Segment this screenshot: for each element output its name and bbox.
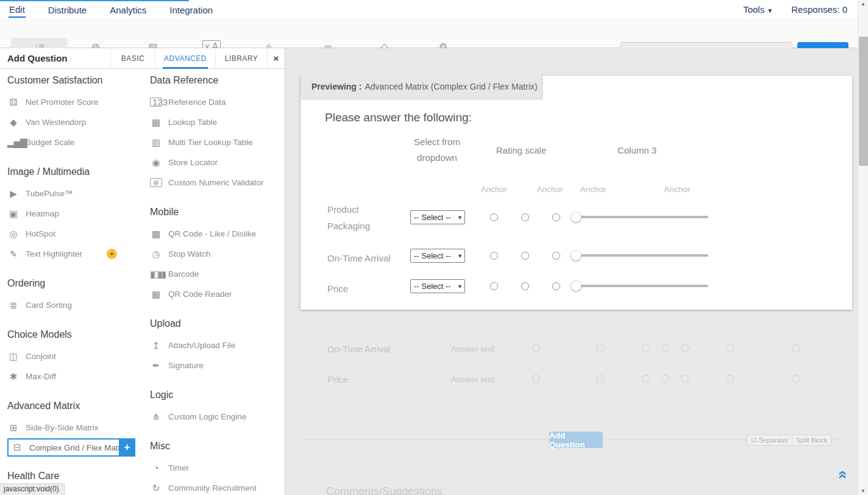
- add-question-panel: Add Question BASIC ADVANCED LIBRARY × Cu…: [0, 48, 285, 495]
- slider-track[interactable]: [572, 254, 708, 257]
- nav-tab-integration[interactable]: Integration: [169, 2, 213, 17]
- add-question-button[interactable]: Add Question: [549, 432, 603, 448]
- question-type-qr-reader[interactable]: ▦ QR Code Reader: [150, 284, 282, 304]
- radio-button[interactable]: [490, 282, 498, 290]
- radio-button[interactable]: [681, 375, 689, 383]
- dropdown-select[interactable]: -- Select -- ▼: [410, 279, 465, 293]
- scrollbar-down-icon[interactable]: ▼: [858, 488, 868, 494]
- radio-button[interactable]: [552, 282, 560, 290]
- barcode-icon: ▮▯▮▮: [150, 269, 162, 280]
- question-type-heatmap[interactable]: ▣ Heatmap: [7, 204, 146, 224]
- card-sorting-icon: ≣: [7, 300, 20, 311]
- radio-button[interactable]: [490, 213, 498, 221]
- split-block-button[interactable]: Split Block: [792, 435, 831, 446]
- radio-button[interactable]: [726, 344, 734, 352]
- nav-tab-edit[interactable]: Edit: [9, 1, 26, 18]
- logic-branch-icon: ⋔: [150, 411, 162, 422]
- panel-column-2: Data Reference 123 Reference Data ▦ Look…: [150, 75, 282, 495]
- question-type-card-sorting[interactable]: ≣ Card Sorting: [7, 295, 146, 315]
- question-type-reference-data[interactable]: 123 Reference Data: [150, 92, 282, 112]
- add-question-type-button[interactable]: +: [119, 438, 135, 457]
- maxdiff-icon: ✱: [7, 371, 20, 382]
- column-header-select: Select from dropdown: [400, 134, 474, 166]
- question-type-qr-like-dislike[interactable]: ▩ QR Code - Like / Dislike: [150, 224, 282, 244]
- tab-basic[interactable]: BASIC: [110, 48, 155, 68]
- radio-button[interactable]: [661, 375, 669, 383]
- question-type-attach-upload[interactable]: ↥ Attach/Upload File: [150, 335, 282, 355]
- dim-row-label: Price: [327, 374, 348, 385]
- question-type-complex-grid-selected[interactable]: ⊟ Complex Grid / Flex Matrix +: [7, 438, 135, 457]
- slider-handle[interactable]: [571, 280, 582, 291]
- question-type-side-by-side-matrix[interactable]: ⊞ Side-By-Side Matrix: [7, 418, 146, 438]
- dim-answer-text: Answer text: [451, 375, 494, 384]
- question-type-multi-tier-lookup[interactable]: ▥ Multi Tier Lookup Table: [150, 132, 282, 152]
- toolbar: ↓≡ Workspace ◍ Design ▧ Media Library x …: [0, 18, 868, 48]
- radio-button[interactable]: [490, 252, 498, 260]
- slider-track[interactable]: [572, 216, 708, 218]
- question-type-custom-logic-engine[interactable]: ⋔ Custom Logic Engine: [150, 407, 282, 427]
- column-header-col3: Column 3: [600, 143, 674, 158]
- close-icon[interactable]: ×: [267, 48, 285, 68]
- preview-card: Previewing : Advanced Matrix (Complex Gr…: [301, 76, 852, 310]
- slider-handle[interactable]: [571, 212, 582, 223]
- question-type-timer[interactable]: ◔ Timer: [150, 458, 282, 478]
- checkbox[interactable]: [597, 376, 604, 383]
- question-type-budget-scale[interactable]: ▂▅▇ Budget Scale: [7, 132, 146, 152]
- scrollbar-up-icon[interactable]: ▲: [858, 1, 868, 7]
- bar-chart-icon: ▂▅▇: [7, 137, 20, 148]
- scroll-to-top-icon[interactable]: »: [833, 465, 849, 479]
- radio-button[interactable]: [552, 252, 560, 260]
- radio-button[interactable]: [681, 344, 689, 352]
- responses-count[interactable]: Responses: 0: [791, 4, 847, 15]
- radio-button[interactable]: [661, 344, 669, 352]
- separator-button[interactable]: ☑ Separator: [747, 435, 792, 446]
- lookup-table-icon: ▦: [150, 117, 162, 128]
- checkbox[interactable]: [597, 345, 604, 352]
- question-type-barcode[interactable]: ▮▯▮▮ Barcode: [150, 264, 282, 284]
- tools-dropdown[interactable]: Tools ▼: [743, 4, 773, 15]
- question-type-max-diff[interactable]: ✱ Max-Diff: [7, 366, 146, 386]
- column-header-rating: Rating scale: [485, 143, 558, 158]
- radio-button[interactable]: [521, 213, 529, 221]
- question-type-numeric-validator[interactable]: # Custom Numeric Validator: [150, 173, 282, 193]
- tab-advanced[interactable]: ADVANCED: [155, 48, 215, 68]
- question-type-community-recruitment[interactable]: ↻ Community Recruitment: [150, 478, 282, 495]
- section-heading: Health Care: [7, 471, 146, 483]
- question-type-tubepulse[interactable]: ▶ TubePulse™: [7, 183, 146, 204]
- radio-button[interactable]: [642, 344, 650, 352]
- tab-library[interactable]: LIBRARY: [215, 48, 267, 68]
- radio-button[interactable]: [792, 375, 800, 383]
- anchor-label: Anchor: [530, 185, 569, 194]
- question-type-conjoint[interactable]: ◫ Conjoint: [7, 346, 146, 366]
- radio-button[interactable]: [532, 344, 540, 352]
- radio-button[interactable]: [642, 375, 650, 383]
- question-type-lookup-table[interactable]: ▦ Lookup Table: [150, 112, 282, 132]
- radio-button[interactable]: [532, 375, 540, 383]
- vertical-scrollbar[interactable]: ▲ ▼: [858, 0, 868, 495]
- radio-button[interactable]: [726, 375, 734, 383]
- multi-tier-lookup-icon: ▥: [150, 137, 162, 148]
- radio-button[interactable]: [552, 213, 560, 221]
- question-type-van-westendorp[interactable]: ◆ Van Westendorp: [7, 112, 146, 132]
- checkbox-checked-icon: ☑: [751, 436, 757, 444]
- slider-handle[interactable]: [571, 250, 582, 261]
- question-type-signature[interactable]: ✒ Signature: [150, 355, 282, 376]
- slider-track[interactable]: [572, 285, 708, 287]
- row-label: Product Packaging: [327, 201, 383, 234]
- scrollbar-thumb[interactable]: [859, 37, 868, 166]
- nav-tab-analytics[interactable]: Analytics: [109, 2, 147, 17]
- question-type-text-highlighter[interactable]: ✎ Text Highlighter ✦: [7, 244, 146, 264]
- dropdown-select[interactable]: -- Select -- ▼: [410, 249, 465, 263]
- dropdown-select[interactable]: -- Select -- ▼: [410, 210, 465, 224]
- qr-like-icon: ▩: [150, 229, 162, 240]
- radio-button[interactable]: [792, 344, 800, 352]
- radio-button[interactable]: [521, 282, 529, 290]
- nav-tab-distribute[interactable]: Distribute: [48, 2, 87, 17]
- question-type-net-promoter-score[interactable]: ⚄ Net Promoter Score: [7, 92, 146, 112]
- section-heading: Misc: [150, 441, 282, 453]
- question-type-hotspot[interactable]: ◎ HotSpot: [7, 224, 146, 244]
- question-type-store-locator[interactable]: ◉ Store Locator: [150, 152, 282, 173]
- highlighter-icon: ✎: [7, 249, 20, 260]
- radio-button[interactable]: [521, 252, 529, 260]
- question-type-stop-watch[interactable]: ◷ Stop Watch: [150, 244, 282, 264]
